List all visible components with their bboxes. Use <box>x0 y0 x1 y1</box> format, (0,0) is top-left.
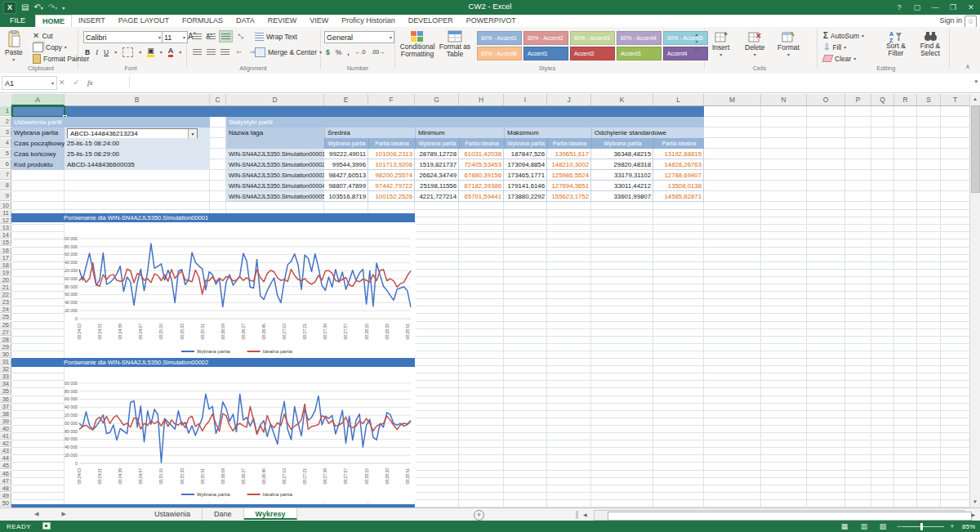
stats-value-cell[interactable]: 173880,2292 <box>504 191 547 202</box>
row-header-22[interactable]: 22 <box>0 292 11 298</box>
column-header-C[interactable]: C <box>210 94 226 106</box>
stats-value-cell[interactable]: 125986,5524 <box>547 170 591 181</box>
horizontal-scrollbar[interactable]: ◀ ▶ <box>583 510 975 520</box>
ribbon-tab-file[interactable]: FILE <box>0 15 35 27</box>
stats-value-cell[interactable]: 98200,25574 <box>368 170 415 181</box>
row-header-39[interactable]: 39 <box>0 418 11 425</box>
help-icon[interactable]: ? <box>892 2 906 13</box>
copy-button[interactable]: Copy▾ <box>33 42 67 52</box>
bottom-align-icon[interactable] <box>219 30 233 42</box>
chart-title-bar-0[interactable]: Porównanie dla WIN-SN4A2JL5350.Simulatio… <box>11 213 415 222</box>
row-header-11[interactable]: 11 <box>0 210 11 217</box>
row-header-42[interactable]: 42 <box>0 440 11 447</box>
stats-value-cell[interactable]: 148210,3002 <box>547 159 591 170</box>
sign-in-link[interactable]: Sign in <box>939 16 962 25</box>
stats-value-cell[interactable]: 33179,31102 <box>591 170 653 181</box>
stats-value-cell[interactable]: 29820,48318 <box>591 159 653 170</box>
stats-name-column-header[interactable]: Nazwa taga <box>226 127 324 149</box>
horizontal-scroll-track[interactable] <box>594 510 964 521</box>
collapse-ribbon-icon[interactable]: ∧ <box>965 63 970 70</box>
style-swatch-60-accent3[interactable]: 60% - Accent3 <box>570 31 615 45</box>
ribbon-tab-review[interactable]: REVIEW <box>261 15 304 27</box>
row-header-1[interactable]: 1 <box>0 106 11 116</box>
ribbon-tab-formulas[interactable]: FORMULAS <box>176 15 229 27</box>
row-header-6[interactable]: 6 <box>0 159 11 169</box>
sheet-tab-wykresy[interactable]: Wykresy <box>244 508 298 520</box>
stats-value-cell[interactable]: 155623,1752 <box>547 191 591 202</box>
column-header-R[interactable]: R <box>894 94 917 106</box>
stats-value-cell[interactable]: 33601,99807 <box>591 191 653 202</box>
row-header-25[interactable]: 25 <box>0 314 11 320</box>
worksheet-grid[interactable]: ABCDEFGHIJKLMNOPQRST 1234567891011121314… <box>0 94 970 507</box>
stats-value-cell[interactable]: 4221,727214 <box>415 191 459 202</box>
stats-tag-cell[interactable]: WIN-SN4A2JL5350.Simulation00002 <box>226 159 324 170</box>
orientation-icon[interactable]: ⤡ <box>234 31 247 42</box>
column-header-N[interactable]: N <box>761 94 807 106</box>
row-header-46[interactable]: 46 <box>0 471 11 477</box>
row-header-23[interactable]: 23 <box>0 299 11 306</box>
column-header-O[interactable]: O <box>807 94 845 106</box>
stats-value-cell[interactable]: 12788,69407 <box>653 170 704 181</box>
settings-label-2[interactable]: Czas końcowy <box>11 149 65 159</box>
ribbon-tab-insert[interactable]: INSERT <box>72 15 112 27</box>
stats-value-cell[interactable]: 179141,6146 <box>504 181 547 191</box>
row-header-9[interactable]: 9 <box>0 191 11 201</box>
column-header-A[interactable]: A <box>11 94 65 106</box>
stats-value-cell[interactable]: 100152,2526 <box>368 191 415 202</box>
style-swatch-accent1[interactable]: Accent1 <box>523 47 568 60</box>
column-header-K[interactable]: K <box>591 94 653 106</box>
ribbon-display-options-icon[interactable]: ▢ <box>910 2 924 13</box>
stats-subheader-0[interactable]: Wybrana partia <box>324 138 368 149</box>
hscroll-splitter[interactable] <box>576 511 578 519</box>
row-header-21[interactable]: 21 <box>0 284 11 291</box>
expand-formula-bar-icon[interactable]: ▾ <box>974 78 978 85</box>
horizontal-scroll-thumb[interactable] <box>608 512 972 521</box>
stats-value-cell[interactable]: 139651,617 <box>547 149 591 159</box>
row-header-17[interactable]: 17 <box>0 255 11 262</box>
row-header-48[interactable]: 48 <box>0 485 11 492</box>
column-header-E[interactable]: E <box>324 94 368 106</box>
settings-label-0[interactable]: Wybrana partia <box>11 127 65 138</box>
row-header-2[interactable]: 2 <box>0 117 11 127</box>
column-header-M[interactable]: M <box>704 94 761 106</box>
row-header-28[interactable]: 28 <box>0 337 11 343</box>
stats-group-header-2[interactable]: Maksimum <box>504 127 591 138</box>
style-swatch-60-accent4[interactable]: 60% - Accent4 <box>617 31 662 45</box>
row-header-44[interactable]: 44 <box>0 455 11 462</box>
top-align-icon[interactable] <box>191 31 203 42</box>
column-header-H[interactable]: H <box>459 94 504 106</box>
stats-value-cell[interactable]: 14585,82871 <box>653 191 704 202</box>
row-header-4[interactable]: 4 <box>0 138 11 148</box>
fill-color-icon[interactable]: ▣ <box>147 47 154 57</box>
stats-value-cell[interactable]: 61031,42038 <box>459 149 504 159</box>
macro-record-icon[interactable] <box>42 522 51 530</box>
chart-0[interactable]: 020 00040 00060 00080 000100 000120 0001… <box>65 222 416 358</box>
combobox-dropdown-icon[interactable]: ▼ <box>188 129 197 138</box>
style-swatch-accent2[interactable]: Accent2 <box>570 47 615 60</box>
decrease-indent-icon[interactable]: ⇦ <box>233 47 245 57</box>
sheet-tab-ustawienia[interactable]: Ustawienia <box>143 508 203 521</box>
stats-value-cell[interactable]: 99544,3996 <box>324 159 368 170</box>
style-swatch-60-accent5[interactable]: 60% - Accent5 <box>663 31 708 45</box>
scroll-right-icon[interactable]: ▶ <box>971 512 975 517</box>
stats-value-cell[interactable]: 187847,526 <box>504 149 547 159</box>
paste-button[interactable]: Paste▾ <box>5 30 23 62</box>
stats-value-cell[interactable]: 13192,88815 <box>653 149 704 159</box>
ribbon-tab-powerpivot[interactable]: POWERPIVOT <box>460 15 523 27</box>
settings-value-1[interactable]: 25-lis-15 08:24:00 <box>65 138 210 149</box>
stats-value-cell[interactable]: 101713,9206 <box>368 159 415 170</box>
stats-value-cell[interactable]: 1519,821737 <box>415 159 459 170</box>
selected-cell-a1[interactable] <box>11 105 65 118</box>
autosum-button[interactable]: Σ AutoSum▾ <box>823 30 864 41</box>
zoom-slider-track[interactable] <box>902 526 944 527</box>
row-header-31[interactable]: 31 <box>0 359 11 365</box>
row-header-50[interactable]: 50 <box>0 500 11 507</box>
row-header-24[interactable]: 24 <box>0 306 11 313</box>
font-name-combo[interactable]: Calibri▾ <box>83 31 163 43</box>
row-header-37[interactable]: 37 <box>0 404 11 410</box>
row-header-12[interactable]: 12 <box>0 217 11 224</box>
italic-button[interactable]: I <box>96 48 98 56</box>
delete-cells-button[interactable]: ✕ Delete▾ <box>745 30 765 57</box>
row-header-34[interactable]: 34 <box>0 381 11 387</box>
style-swatch-accent4[interactable]: Accent4 <box>663 47 708 60</box>
